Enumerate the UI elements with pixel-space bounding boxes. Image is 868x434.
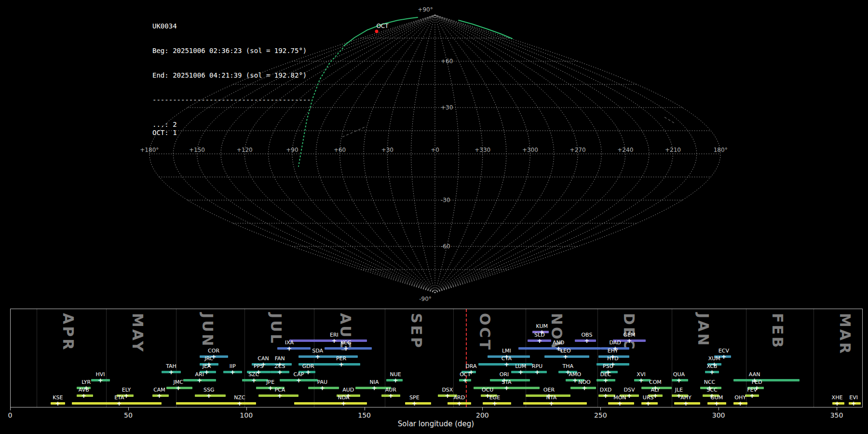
month-separator (526, 309, 526, 407)
shower-bar-SDA (298, 355, 357, 358)
month-separator (106, 309, 107, 407)
lon-label: +0 (431, 147, 439, 153)
shower-peak-marker: + (277, 369, 283, 375)
month-separator (597, 309, 598, 407)
shower-peak-marker: + (504, 361, 509, 367)
lat-labels: +90°+60+30-30-60-90° (418, 6, 453, 302)
shower-peak-marker: + (549, 400, 554, 407)
x-tick-mark (482, 407, 483, 410)
x-tick-label: 200 (476, 411, 489, 419)
shower-peak-marker: + (117, 400, 122, 407)
lat-label: +60 (441, 58, 453, 65)
meteor-observation-screen: +180°+150+120+90+60+30+0+330+300+270+240… (0, 0, 868, 434)
lon-label: +270 (570, 147, 586, 153)
month-label: JAN (695, 313, 712, 348)
shower-peak-marker: + (676, 377, 681, 383)
count-line: OCT: 1 (152, 129, 311, 137)
shower-peak-marker: + (339, 361, 344, 367)
shower-peak-marker: + (206, 393, 212, 399)
lat-label: -90° (419, 296, 432, 302)
month-label: FEB (769, 313, 786, 350)
shower-peak-marker: + (835, 400, 840, 407)
shower-peak-marker: + (98, 377, 103, 383)
observation-header: UK0034 Beg: 20251006 02:36:23 (sol = 192… (152, 6, 311, 153)
shower-peak-marker: + (393, 377, 398, 383)
shower-peak-marker: + (627, 338, 632, 344)
lon-label: 180° (714, 147, 728, 153)
shower-peak-marker: + (584, 338, 589, 344)
shower-peak-marker: + (572, 377, 578, 383)
shower-peak-marker: + (320, 385, 325, 391)
shower-peak-marker: + (268, 385, 273, 391)
x-axis-title: Solar longitude (deg) (10, 420, 862, 428)
shower-peak-marker: + (683, 400, 689, 407)
shower-peak-marker: + (457, 400, 462, 407)
shower-peak-marker: + (518, 369, 523, 375)
radiant-drift-track (344, 17, 418, 46)
shower-peak-marker: + (492, 400, 497, 407)
radiant-marker (375, 30, 379, 33)
lat-label: -60 (441, 243, 450, 250)
shower-bar-NZC (176, 402, 257, 405)
x-tick-mark (837, 407, 837, 410)
shower-peak-marker: + (603, 377, 609, 383)
lon-label: +240 (617, 147, 633, 153)
grid-meridian (340, 15, 435, 293)
shower-peak-marker: + (646, 400, 651, 407)
meteor-trail (665, 117, 674, 123)
lat-label: +30 (441, 104, 453, 111)
shower-peak-marker: + (237, 400, 243, 407)
shower-peak-marker: + (277, 393, 283, 399)
shower-activity-timeline: APRMAYJUNJULAUGSEPOCTNOVDECJANFEBMARKUM+… (10, 309, 863, 407)
meteor-trail (342, 126, 366, 137)
shower-bar-IXA (277, 347, 311, 350)
shower-peak-marker: + (738, 400, 743, 407)
month-label: JUL (268, 313, 285, 345)
shower-bar-ERI (289, 339, 367, 342)
month-separator (314, 309, 314, 407)
shower-peak-marker: + (197, 377, 202, 383)
x-tick-label: 0 (8, 411, 13, 419)
shower-peak-marker: + (714, 400, 719, 407)
shower-peak-marker: + (286, 345, 292, 352)
x-tick-label: 300 (712, 411, 725, 419)
shower-peak-marker: + (851, 400, 856, 407)
shower-peak-marker: + (343, 345, 349, 352)
shower-bar-NDA (294, 402, 367, 405)
month-separator (746, 309, 746, 407)
month-label: APR (60, 313, 77, 352)
current-sol-line (466, 309, 467, 407)
lon-label: +30 (381, 147, 393, 153)
month-separator (814, 309, 814, 407)
x-tick-mark (600, 407, 601, 410)
shower-peak-marker: + (412, 400, 417, 407)
shower-peak-marker: + (617, 400, 623, 407)
shower-peak-marker: + (638, 377, 644, 383)
lon-label: +210 (665, 147, 681, 153)
shower-peak-marker: + (582, 385, 587, 391)
shower-peak-marker: + (124, 393, 129, 399)
month-label: JUN (199, 313, 216, 348)
month-label: MAR (837, 313, 854, 355)
lon-label: +60 (334, 147, 346, 153)
shower-bar-NTA (523, 402, 587, 405)
shower-peak-marker: + (749, 393, 755, 399)
shower-peak-marker: + (535, 369, 540, 375)
shower-peak-marker: + (462, 377, 468, 383)
shower-peak-marker: + (306, 369, 311, 375)
shower-peak-marker: + (251, 377, 257, 383)
x-tick-label: 50 (124, 411, 133, 419)
count-line: ...: 2 (152, 121, 311, 129)
x-tick-label: 150 (358, 411, 371, 419)
x-tick-label: 100 (240, 411, 253, 419)
begin-time-line: Beg: 20251006 02:36:23 (sol = 192.75°) (152, 47, 311, 55)
radiant-drift-track (459, 20, 512, 39)
month-label: OCT (476, 313, 493, 352)
shower-peak-marker: + (721, 353, 726, 360)
shower-peak-marker: + (537, 338, 542, 344)
month-separator (176, 309, 176, 407)
shower-bar-SPE (405, 402, 431, 405)
shower-peak-marker: + (372, 385, 377, 391)
end-time-line: End: 20251006 04:21:39 (sol = 192.82°) (152, 71, 311, 80)
lon-label: +300 (522, 147, 538, 153)
